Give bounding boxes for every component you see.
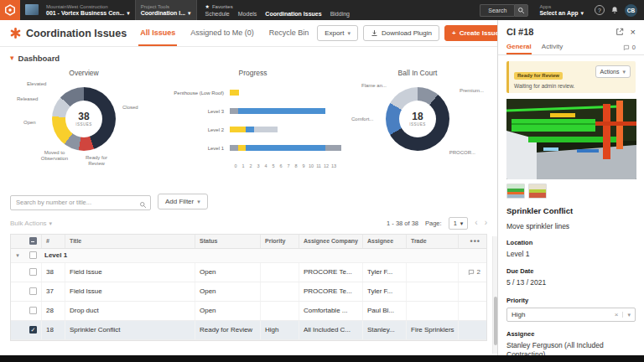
favorites-label: ★Favorites [205, 4, 350, 9]
taskbar [0, 355, 644, 362]
group-row-level-1[interactable]: ▾ Level 1 [11, 249, 486, 263]
issues-table: # Title Status Priority Assignee Company… [10, 234, 487, 341]
progress-chart: Progress Penthouse (Low Roof)Level 3Leve… [154, 63, 351, 189]
tab-general[interactable]: General [506, 40, 532, 54]
chevron-down-icon[interactable]: ▾ [16, 252, 19, 258]
donut-center: 18 ISSUES [399, 101, 436, 137]
row-checkbox[interactable] [29, 287, 37, 295]
column-header-priority[interactable]: Priority [260, 235, 299, 248]
tab-activity[interactable]: Activity [542, 40, 563, 54]
nav-item-bidding[interactable]: Bidding [330, 11, 350, 17]
user-avatar[interactable]: CB [625, 4, 637, 17]
search-icon [139, 197, 147, 212]
export-button[interactable]: Export▾ [317, 25, 358, 41]
row-checkbox[interactable] [29, 326, 37, 334]
prev-page-button[interactable]: ‹ [475, 219, 477, 227]
chevron-down-icon: ▾ [188, 10, 191, 16]
project-selector[interactable]: MountainWest Construction 001 - Vortex B… [41, 0, 135, 20]
chart-title: Overview [13, 63, 154, 77]
snapshot-thumbnail[interactable] [506, 184, 525, 199]
comment-bubble-icon [468, 269, 475, 276]
project-name: 001 - Vortex Business Cen... [46, 10, 124, 16]
group-label: Level 1 [41, 251, 67, 259]
column-header-trade[interactable]: Trade [406, 235, 458, 248]
comments-indicator[interactable]: 0 [623, 40, 636, 54]
slice-label: Premium... [460, 88, 484, 94]
assignee-value: Stanley Ferguson (All Included Contracti… [506, 341, 636, 355]
global-search[interactable]: Search [480, 4, 528, 17]
dashboard-charts: Overview 38 ISSUES Elevated Released Clo… [0, 63, 497, 189]
procore-logo[interactable] [0, 0, 20, 20]
table-row[interactable]: 38 Field Issue Open PROCORE Te... Tyler … [11, 263, 486, 282]
add-filter-button[interactable]: Add Filter▾ [158, 194, 208, 209]
column-header-status[interactable]: Status [195, 235, 260, 248]
comments-indicator[interactable]: 2 [458, 263, 486, 282]
slice-label: PROCOR... [449, 150, 475, 156]
nav-item-models[interactable]: Models [238, 11, 257, 17]
table-row[interactable]: 28 Drop duct Open Comfortable ... Paul B… [11, 302, 486, 321]
overview-chart: Overview 38 ISSUES Elevated Released Clo… [13, 63, 154, 189]
status-badge: Ready for Review [514, 72, 563, 80]
progress-axis: 012345678910111213 [236, 163, 341, 172]
page-title: Coordination Issues [26, 28, 127, 39]
tab-all-issues[interactable]: All Issues [138, 20, 177, 46]
page-header: Coordination Issues All Issues Assigned … [0, 20, 497, 47]
close-icon[interactable]: × [631, 28, 636, 37]
apps-label: Apps [539, 4, 584, 9]
download-plugin-button[interactable]: Download Plugin [363, 25, 439, 41]
actions-button[interactable]: Actions▾ [595, 65, 631, 78]
company-name: MountainWest Construction [46, 4, 130, 9]
bulk-actions-button[interactable]: Bulk Actions▾ [10, 220, 52, 227]
nav-item-coordination-issues[interactable]: Coordination Issues [265, 11, 321, 17]
slice-label: Elevated [27, 81, 46, 87]
issue-title: Sprinkler Conflict [506, 206, 636, 215]
column-header-assignee-company[interactable]: Assignee Company [299, 235, 362, 248]
notifications-bell-icon[interactable] [610, 6, 619, 14]
row-checkbox[interactable] [29, 268, 37, 276]
table-row[interactable]: 37 Field Issue Open PROCORE Te... Tyler … [11, 282, 486, 302]
tab-assigned-to-me[interactable]: Assigned to Me (0) [189, 20, 256, 46]
search-icon[interactable] [514, 4, 528, 17]
project-photo-thumbnail [25, 4, 39, 15]
page-select[interactable]: 1▾ [449, 217, 469, 230]
column-header-assignee[interactable]: Assignee [362, 235, 406, 248]
slice-label: Released [17, 96, 38, 102]
column-settings-button[interactable]: ••• [470, 237, 480, 246]
issue-detail-panel: CI #18 × General Activity 0 Ready for Re… [497, 20, 644, 355]
detail-title: CI #18 [506, 27, 533, 37]
status-message: Waiting for admin review. [514, 83, 574, 89]
chevron-down-icon[interactable]: ▾ [622, 312, 631, 318]
priority-label: Priority [506, 297, 636, 304]
select-all-checkbox[interactable] [29, 237, 37, 245]
model-viewport[interactable] [506, 99, 636, 179]
chevron-down-icon: ▾ [580, 10, 584, 16]
open-in-new-icon[interactable] [615, 28, 624, 36]
group-checkbox[interactable] [29, 251, 37, 259]
column-header-number[interactable]: # [41, 235, 65, 248]
ball-in-court-chart: Ball In Court 18 ISSUES Flame an... Prem… [351, 63, 484, 189]
filter-bar: Add Filter▾ [0, 189, 497, 214]
star-icon: ★ [205, 4, 210, 9]
due-date-value[interactable]: 5 / 13 / 2021 [506, 278, 636, 287]
help-icon[interactable]: ? [595, 5, 605, 15]
tab-recycle-bin[interactable]: Recycle Bin [267, 20, 311, 46]
column-header-title[interactable]: Title [65, 235, 195, 248]
table-row-selected[interactable]: 18 Sprinkler Conflict Ready for Review H… [11, 321, 486, 340]
priority-select[interactable]: High × ▾ [506, 308, 636, 322]
dashboard-toggle[interactable]: ▾ Dashboard [0, 47, 497, 63]
row-checkbox[interactable] [29, 307, 37, 314]
issues-search-input[interactable] [10, 195, 151, 210]
chevron-down-icon: ▾ [49, 220, 53, 226]
snapshot-thumbnail[interactable] [528, 184, 547, 199]
chevron-down-icon: ▾ [622, 69, 626, 75]
chevron-down-icon: ▾ [127, 10, 130, 16]
range-text: 1 - 38 of 38 [387, 220, 418, 227]
clear-icon[interactable]: × [615, 311, 619, 318]
project-tools-selector[interactable]: Project Tools Coordination I...▾ [135, 0, 197, 20]
coordination-issues-gear-icon [10, 28, 21, 39]
slice-label: Open [23, 120, 36, 126]
apps-selector[interactable]: Apps Select an App▾ [534, 4, 589, 16]
next-page-button[interactable]: › [485, 219, 487, 227]
chevron-down-icon: ▾ [460, 220, 464, 226]
nav-item-schedule[interactable]: Schedule [205, 11, 230, 17]
